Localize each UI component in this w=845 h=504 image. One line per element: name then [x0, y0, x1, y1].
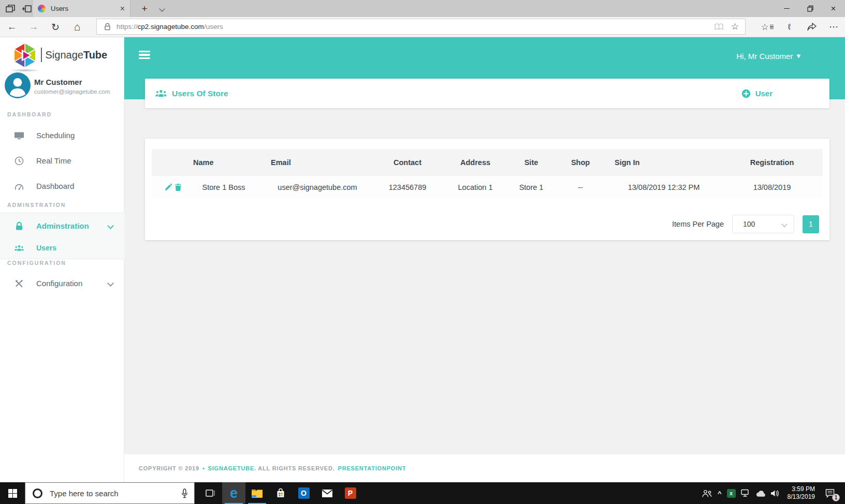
column-header: Email [263, 149, 372, 176]
sidebar-item-real-time[interactable]: Real Time [0, 148, 124, 173]
taskbar-search[interactable] [25, 482, 195, 504]
table-header-row: Name Email Contact Address Site Shop Sig… [152, 149, 823, 176]
items-per-page-select[interactable]: 100 [732, 215, 794, 233]
back-icon[interactable]: ← [3, 17, 21, 37]
section-label-configuration: CONFIGURATION [7, 260, 66, 266]
column-header: Contact [372, 149, 443, 176]
hidden-icons-chevron-icon[interactable]: ^ [718, 490, 722, 497]
tab-title: Users [51, 5, 120, 12]
browser-tab[interactable]: Users × [32, 0, 130, 17]
chevron-down-icon[interactable] [107, 223, 114, 229]
site-lock-icon[interactable] [104, 23, 111, 31]
footer-partner-link[interactable]: PRESENTATIONPOINT [338, 465, 406, 471]
cell-shop: -- [555, 176, 606, 199]
page-title: Users Of Store [172, 89, 228, 98]
browser-menu-ellipsis-icon[interactable]: ⋯ [823, 17, 845, 37]
taskbar-clock[interactable]: 3:59 PM 8/13/2019 [788, 485, 815, 501]
favorite-star-icon[interactable]: ☆ [731, 21, 739, 32]
new-tab-button[interactable]: + [136, 0, 153, 17]
row-actions [152, 176, 185, 199]
taskbar-file-explorer-icon[interactable] [245, 482, 269, 504]
caret-down-icon: ▾ [796, 51, 800, 61]
chevron-down-icon[interactable] [107, 280, 114, 287]
browser-tab-bar: Users × + × [0, 0, 845, 17]
footer: COPYRIGHT © 2019•SIGNAGETUBE. ALL RIGHTS… [124, 454, 845, 482]
tab-list-chevron-icon[interactable] [154, 0, 170, 17]
section-label-dashboard: DASHBOARD [7, 111, 52, 117]
reading-view-icon[interactable] [714, 23, 724, 31]
users-table: Name Email Contact Address Site Shop Sig… [152, 149, 823, 199]
url-path: /users [204, 23, 223, 31]
cell-address: Location 1 [443, 176, 508, 199]
cell-name: Store 1 Boss [185, 176, 263, 199]
items-per-page-label: Items Per Page [672, 220, 724, 228]
url-host: cp2.signagetube.com [138, 23, 204, 31]
column-header: Shop [555, 149, 606, 176]
address-bar[interactable]: https://cp2.signagetube.com/users ☆ [96, 19, 746, 35]
rights-text: . ALL RIGHTS RESERVED. [254, 465, 335, 471]
page-1-button[interactable]: 1 [803, 215, 819, 233]
pagination: Items Per Page 100 1 [672, 215, 819, 233]
favorites-hub-icon[interactable]: ☆ [756, 17, 778, 37]
share-icon[interactable] [800, 17, 823, 37]
sidebar-item-dashboard[interactable]: Dashboard [0, 173, 124, 199]
sidebar-item-configuration[interactable]: Configuration [0, 271, 124, 296]
add-user-button[interactable]: User [741, 89, 773, 98]
window-minimize-button[interactable] [775, 0, 798, 17]
taskbar-store-icon[interactable] [269, 482, 292, 504]
tray-excel-icon[interactable]: x [727, 489, 736, 498]
sidebar-item-users[interactable]: Users [0, 237, 124, 259]
chevron-down-icon [781, 221, 787, 227]
people-icon[interactable] [702, 489, 712, 498]
administration-group: Adminstration Users [0, 213, 124, 259]
onedrive-cloud-icon[interactable] [755, 490, 765, 497]
taskbar-powerpoint-icon[interactable]: P [339, 482, 362, 504]
notification-badge: 1 [832, 494, 840, 501]
home-icon[interactable]: ⌂ [68, 17, 86, 37]
microphone-icon[interactable] [181, 488, 188, 498]
window-restore-button[interactable] [798, 0, 822, 17]
taskbar-edge-icon[interactable]: e [222, 482, 245, 504]
column-header: Sign In [606, 149, 721, 176]
sidebar-item-administration[interactable]: Adminstration [0, 213, 124, 239]
forward-icon[interactable]: → [25, 17, 42, 37]
cell-contact: 123456789 [372, 176, 443, 199]
search-input[interactable] [49, 488, 181, 498]
sidebar-item-label: Configuration [36, 279, 82, 288]
delete-trash-icon[interactable] [175, 184, 181, 191]
sidebar: SignageTube Mr Customer customer@signage… [0, 37, 124, 482]
web-notes-pen-icon[interactable]: ℓ [778, 17, 800, 37]
window-close-button[interactable]: × [822, 0, 845, 17]
sidebar-item-scheduling[interactable]: Scheduling [0, 123, 124, 148]
tab-preview-toggle-icon[interactable] [3, 2, 18, 16]
greeting-text: Hi, Mr Customer [736, 52, 793, 61]
footer-brand-link[interactable]: SIGNAGETUBE [208, 465, 254, 471]
logo-shadow [9, 69, 40, 72]
users-of-store-panel: Users Of Store User [145, 79, 829, 108]
tab-favicon [38, 5, 46, 12]
user-email: customer@signagetube.com [34, 88, 110, 95]
speaker-icon[interactable] [770, 490, 780, 497]
tab-close-icon[interactable]: × [120, 5, 125, 13]
users-group-icon [155, 90, 167, 97]
network-icon[interactable] [741, 489, 750, 497]
users-group-icon [13, 245, 25, 251]
edit-pencil-icon[interactable] [165, 184, 172, 191]
start-button[interactable] [0, 482, 25, 504]
action-center-icon[interactable]: 1 [822, 482, 838, 504]
actions-column-header [152, 149, 185, 176]
clock-date: 8/13/2019 [788, 493, 815, 501]
user-menu[interactable]: Hi, Mr Customer ▾ [736, 51, 800, 61]
task-view-icon[interactable] [199, 482, 222, 504]
clock-time: 3:59 PM [788, 485, 815, 493]
brand-second: Tube [83, 49, 107, 61]
lock-icon [13, 221, 25, 231]
user-avatar[interactable] [5, 72, 31, 98]
hamburger-menu-icon[interactable] [139, 51, 150, 59]
cell-registration: 13/08/2019 [721, 176, 823, 199]
cortana-icon[interactable] [33, 488, 42, 498]
sidebar-item-label: Users [36, 244, 56, 252]
taskbar-mail-icon[interactable] [315, 482, 339, 504]
refresh-icon[interactable]: ↻ [47, 17, 64, 37]
taskbar-outlook-icon[interactable]: O [292, 482, 315, 504]
